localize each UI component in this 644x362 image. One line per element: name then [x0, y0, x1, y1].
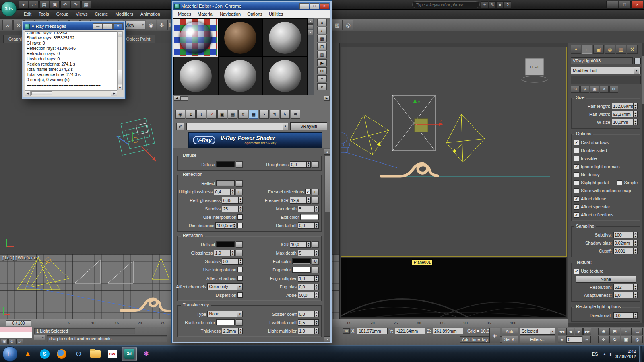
- spin-up-icon[interactable]: ▲: [307, 162, 310, 165]
- select-and-manipulate-icon[interactable]: ✜: [157, 20, 167, 30]
- spin-up-icon[interactable]: ▲: [315, 276, 318, 278]
- ignore-light-normals-checkbox[interactable]: ✓: [574, 164, 579, 169]
- configure-modifier-sets-icon[interactable]: ⚙: [609, 86, 618, 93]
- taskbar-explorer[interactable]: [88, 347, 103, 361]
- double-sided-checkbox[interactable]: [574, 148, 579, 153]
- save-file-icon[interactable]: ▣: [50, 1, 60, 8]
- taskbar-skype[interactable]: S: [37, 347, 52, 361]
- modifier-list-dropdown[interactable]: Modifier List ▾: [571, 67, 641, 74]
- refraction-max-depth-field[interactable]: 5▲▼: [298, 250, 319, 256]
- zoom-icon[interactable]: ⊕: [598, 328, 609, 335]
- back-side-color-map-button[interactable]: [236, 319, 243, 326]
- scrollbar-thumb[interactable]: [325, 156, 330, 212]
- selection-lock-icon[interactable]: ⊘: [8, 339, 15, 344]
- reflect-color-swatch[interactable]: [216, 180, 235, 186]
- rollout-title[interactable]: Diffuse: [181, 153, 198, 158]
- spin-down-icon[interactable]: ▼: [307, 245, 310, 247]
- close-button[interactable]: ×: [320, 3, 329, 9]
- scroll-left-icon[interactable]: ◀: [25, 91, 31, 96]
- maximize-button[interactable]: □: [103, 23, 113, 29]
- diffuse-color-swatch[interactable]: [216, 161, 235, 167]
- show-map-in-viewport-icon[interactable]: ▦: [249, 110, 258, 119]
- taskbar-search[interactable]: ⊙: [71, 347, 86, 361]
- go-to-end-icon[interactable]: ▶▶: [583, 328, 591, 335]
- maxscript-mini-listener[interactable]: [0, 327, 32, 338]
- reset-map-icon[interactable]: ×: [207, 110, 217, 119]
- zoom-extents-icon[interactable]: ⌂: [621, 328, 632, 335]
- scrollbar-thumb[interactable]: [118, 70, 122, 84]
- transform-typein-icon[interactable]: ⊞: [343, 328, 350, 334]
- fog-color-swatch[interactable]: [292, 267, 311, 273]
- reflection-exit-color-swatch[interactable]: [300, 214, 319, 220]
- scroll-down-icon[interactable]: ▼: [324, 336, 330, 342]
- network-icon[interactable]: ▮: [609, 352, 611, 356]
- spin-up-icon[interactable]: ▲: [231, 189, 234, 192]
- maximize-button[interactable]: □: [619, 1, 631, 8]
- select-and-link-icon[interactable]: ∞: [2, 20, 13, 30]
- minimize-button[interactable]: —: [93, 23, 103, 29]
- assign-material-to-selection-icon[interactable]: ↧: [196, 110, 206, 119]
- spinner-arrows[interactable]: ▲▼: [314, 328, 318, 334]
- spin-up-icon[interactable]: ▲: [315, 250, 318, 253]
- fresnel-ior-field[interactable]: 19,9▲▼: [290, 197, 311, 204]
- menu-item-edit[interactable]: Edit: [20, 10, 35, 18]
- make-material-copy-icon[interactable]: ▣: [217, 110, 227, 119]
- vray-messages-titlebar[interactable]: V-Ray messages — □ ×: [23, 22, 124, 30]
- taskbar-firefox[interactable]: [54, 347, 69, 361]
- spin-down-icon[interactable]: ▼: [315, 278, 318, 281]
- close-button[interactable]: ×: [631, 1, 643, 8]
- close-icon[interactable]: ×: [41, 335, 45, 340]
- spin-up-icon[interactable]: ▲: [231, 250, 234, 253]
- spin-up-icon[interactable]: ▲: [307, 197, 310, 200]
- spin-up-icon[interactable]: ▲: [634, 119, 637, 122]
- chevron-down-icon[interactable]: ▾: [142, 23, 144, 27]
- spin-up-icon[interactable]: ▲: [634, 111, 637, 114]
- show-end-result-icon[interactable]: ◑: [259, 110, 269, 119]
- set-key-button[interactable]: Set K.: [502, 336, 518, 343]
- language-indicator[interactable]: ES: [590, 351, 600, 357]
- affect-specular-checkbox[interactable]: ✓: [574, 204, 579, 210]
- rollout-scrollbar[interactable]: ▲ ▼: [324, 149, 330, 342]
- spin-down-icon[interactable]: ▼: [315, 295, 318, 298]
- video-color-check-icon[interactable]: ▥: [317, 51, 327, 58]
- spinner-arrows[interactable]: ▲▼: [306, 242, 310, 247]
- abbe-field[interactable]: 50,0▲▼: [298, 292, 319, 298]
- make-preview-icon[interactable]: ▶: [317, 59, 327, 66]
- sample-uv-tiling-icon[interactable]: ⊞: [317, 43, 327, 50]
- spin-up-icon[interactable]: ▲: [634, 248, 637, 251]
- menu-item-tools[interactable]: Tools: [35, 10, 53, 18]
- pin-stack-icon[interactable]: ⊙: [571, 86, 580, 93]
- spin-down-icon[interactable]: ▼: [315, 314, 318, 317]
- spinner-arrows[interactable]: ▲▼: [314, 284, 318, 290]
- refraction-subdivs-field[interactable]: 50▲▼: [222, 258, 243, 265]
- spinner-arrows[interactable]: ▲▼: [633, 313, 637, 318]
- sample-slot[interactable]: [173, 57, 218, 95]
- viewport-label[interactable]: [ Left ] [ Wireframe ]: [2, 255, 39, 260]
- hilight-lock-button[interactable]: L: [236, 189, 243, 195]
- go-to-start-icon[interactable]: ◀◀: [558, 328, 566, 335]
- scroll-up-icon[interactable]: ▲: [118, 32, 122, 37]
- maximize-viewport-icon[interactable]: ▣: [621, 336, 632, 343]
- store-with-irradiance-map-checkbox[interactable]: [574, 188, 579, 193]
- scroll-up-icon[interactable]: ▲: [324, 149, 330, 155]
- open-file-icon[interactable]: ▤: [39, 1, 49, 8]
- scroll-left-icon[interactable]: ◀: [174, 96, 180, 101]
- material-map-navigator-icon[interactable]: ≋: [291, 110, 300, 119]
- ribbon-tab-object-paint[interactable]: Object Paint: [121, 35, 155, 43]
- spin-down-icon[interactable]: ▼: [634, 114, 637, 117]
- half-length-field[interactable]: 132,869mm▲▼: [612, 103, 638, 109]
- set-key-toggle-button[interactable]: ◈: [489, 328, 500, 343]
- sample-horizontal-scrollbar[interactable]: ◀ ▶: [173, 95, 330, 101]
- spin-down-icon[interactable]: ▼: [634, 295, 637, 298]
- reference-coordinate-dropdown[interactable]: View▾: [124, 21, 145, 29]
- cutoff-field[interactable]: 0,001▲▼: [613, 248, 638, 254]
- chevron-down-icon[interactable]: ▾: [283, 123, 288, 130]
- exit-color-u-button[interactable]: U: [312, 258, 319, 265]
- backlight-icon[interactable]: ◐: [317, 27, 327, 34]
- remove-modifier-icon[interactable]: ×: [600, 86, 609, 93]
- refract-map-button[interactable]: [236, 241, 243, 248]
- render-viewport[interactable]: Plane001: [341, 257, 567, 318]
- spin-down-icon[interactable]: ▼: [231, 192, 234, 195]
- no-decay-checkbox[interactable]: [574, 172, 579, 177]
- refraction-exit-color-swatch[interactable]: [292, 258, 311, 264]
